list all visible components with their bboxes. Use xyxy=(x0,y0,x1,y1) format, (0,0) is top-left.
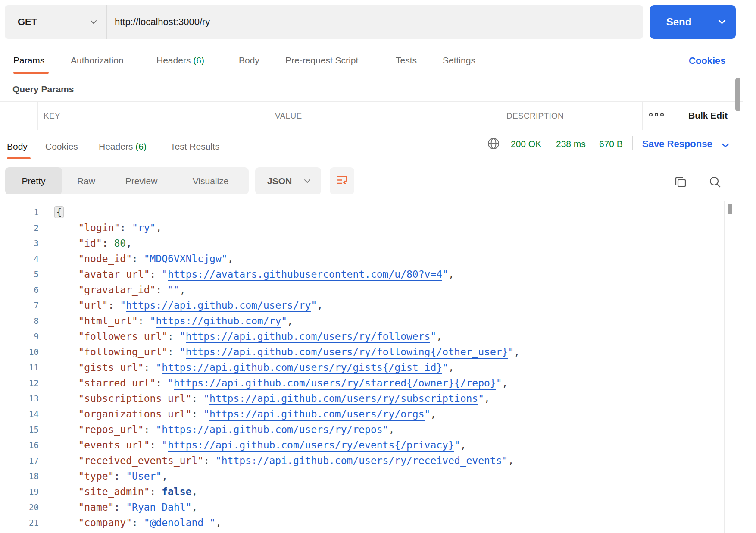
code-line: 6 "gravatar_id": "", xyxy=(0,282,724,298)
code-text: "node_id": "MDQ6VXNlcjgw", xyxy=(54,251,233,266)
format-select[interactable]: JSON xyxy=(255,167,321,194)
view-raw[interactable]: Raw xyxy=(62,167,110,194)
line-number: 6 xyxy=(0,282,39,298)
search-icon[interactable] xyxy=(708,175,722,191)
view-visualize[interactable]: Visualize xyxy=(172,167,249,194)
tab-headers[interactable]: Headers (6) xyxy=(156,55,204,66)
code-text: "avatar_url": "https://avatars.githubuse… xyxy=(54,266,454,282)
json-link[interactable]: https://api.github.com/users/ry/received… xyxy=(222,455,502,467)
format-label: JSON xyxy=(267,176,292,186)
column-header-key: KEY xyxy=(44,111,60,121)
method-select[interactable]: GET xyxy=(5,5,107,39)
json-link[interactable]: https://github.com/ry xyxy=(156,315,281,328)
code-text: "subscriptions_url": "https://api.github… xyxy=(54,391,490,406)
response-tab-body[interactable]: Body xyxy=(7,141,28,152)
wrap-lines-icon xyxy=(336,174,348,188)
status-code[interactable]: 200 OK xyxy=(511,139,541,149)
tab-pre-request-script[interactable]: Pre-request Script xyxy=(285,55,358,66)
line-number: 12 xyxy=(0,375,39,391)
more-options-icon[interactable] xyxy=(649,113,664,116)
tab-settings[interactable]: Settings xyxy=(443,55,475,66)
tab-params[interactable]: Params xyxy=(13,55,44,66)
network-globe-icon[interactable] xyxy=(487,137,500,152)
line-number: 18 xyxy=(0,468,39,484)
copy-icon[interactable] xyxy=(674,175,687,191)
send-button[interactable]: Send xyxy=(650,5,736,39)
active-response-tab-underline xyxy=(7,157,31,159)
json-link[interactable]: https://api.github.com/users/ry/subscrip… xyxy=(209,393,478,405)
code-line: 2 "login": "ry", xyxy=(0,220,724,235)
json-link[interactable]: https://api.github.com/users/ry/followin… xyxy=(186,346,508,359)
line-number: 10 xyxy=(0,344,39,360)
line-number: 21 xyxy=(0,515,39,530)
code-line: 20 "name": "Ryan Dahl", xyxy=(0,499,724,515)
json-link[interactable]: https://api.github.com/users/ry xyxy=(126,300,311,312)
code-text: "company": "@denoland ", xyxy=(54,515,222,530)
save-response-button[interactable]: Save Response xyxy=(642,138,712,150)
code-text: "id": 80, xyxy=(54,235,132,251)
code-line: 16 "events_url": "https://api.github.com… xyxy=(0,437,724,453)
code-text: "organizations_url": "https://api.github… xyxy=(54,406,436,422)
json-link[interactable]: https://api.github.com/users/ry/follower… xyxy=(186,331,431,343)
send-options-button[interactable] xyxy=(708,5,736,39)
response-tab-cookies[interactable]: Cookies xyxy=(45,141,78,152)
code-text: "events_url": "https://api.github.com/us… xyxy=(54,437,466,453)
request-url-bar: GET http://localhost:3000/ry xyxy=(5,5,643,39)
page-scrollbar-thumb[interactable] xyxy=(735,78,740,111)
response-tab-test-results[interactable]: Test Results xyxy=(170,141,219,152)
json-link[interactable]: https://api.github.com/users/ry/repos xyxy=(162,424,382,436)
code-line: 7 "url": "https://api.github.com/users/r… xyxy=(0,298,724,313)
tab-authorization[interactable]: Authorization xyxy=(71,55,124,66)
code-line: 18 "type": "User", xyxy=(0,468,724,484)
view-preview[interactable]: Preview xyxy=(110,167,172,194)
line-number: 17 xyxy=(0,453,39,468)
code-line: 21 "company": "@denoland ", xyxy=(0,515,724,530)
url-input[interactable]: http://localhost:3000/ry xyxy=(107,5,643,39)
send-button-label[interactable]: Send xyxy=(650,5,708,39)
code-text: "type": "User", xyxy=(54,468,168,484)
code-scrollbar-thumb[interactable] xyxy=(728,204,732,214)
code-lines: 1{2 "login": "ry",3 "id": 80,4 "node_id"… xyxy=(0,204,724,530)
line-number: 3 xyxy=(0,235,39,251)
response-size[interactable]: 670 B xyxy=(599,139,623,149)
bulk-edit-button[interactable]: Bulk Edit xyxy=(688,110,728,121)
chevron-down-icon xyxy=(90,18,97,26)
column-divider xyxy=(267,102,267,130)
json-link[interactable]: https://avatars.githubusercontent.com/u/… xyxy=(168,269,442,281)
column-divider xyxy=(37,102,38,130)
code-line: 3 "id": 80, xyxy=(0,235,724,251)
cookies-link[interactable]: Cookies xyxy=(689,55,726,66)
code-text: "following_url": "https://api.github.com… xyxy=(54,344,520,360)
code-text: "received_events_url": "https://api.gith… xyxy=(54,453,514,468)
response-headers-count-badge: (6) xyxy=(135,141,147,151)
json-link[interactable]: https://api.github.com/users/ry/orgs xyxy=(209,408,425,421)
query-params-table: KEY VALUE DESCRIPTION Bulk Edit xyxy=(0,101,743,130)
divider xyxy=(632,136,633,150)
tab-body[interactable]: Body xyxy=(239,55,259,66)
code-text: { xyxy=(54,204,64,220)
code-text: "site_admin": false, xyxy=(54,484,197,499)
code-text: "url": "https://api.github.com/users/ry"… xyxy=(54,298,323,313)
tab-tests[interactable]: Tests xyxy=(396,55,417,66)
code-line: 17 "received_events_url": "https://api.g… xyxy=(0,453,724,468)
line-number: 1 xyxy=(0,204,39,220)
response-tab-headers[interactable]: Headers (6) xyxy=(99,141,147,152)
json-link[interactable]: https://api.github.com/users/ry/events{/… xyxy=(168,439,454,452)
code-text: "name": "Ryan Dahl", xyxy=(54,499,197,515)
code-text: "login": "ry", xyxy=(54,220,162,235)
json-link[interactable]: https://api.github.com/users/ry/gists{/g… xyxy=(162,362,442,374)
query-params-heading: Query Params xyxy=(12,84,74,94)
code-text: "gists_url": "https://api.github.com/use… xyxy=(54,360,454,375)
chevron-down-icon[interactable] xyxy=(722,142,729,150)
json-link[interactable]: https://api.github.com/users/ry/starred{… xyxy=(174,377,496,390)
view-pretty[interactable]: Pretty xyxy=(5,167,62,194)
method-label: GET xyxy=(18,16,37,28)
chevron-down-icon xyxy=(304,177,311,185)
wrap-lines-button[interactable] xyxy=(330,167,354,194)
response-body-code[interactable]: 1{2 "login": "ry",3 "id": 80,4 "node_id"… xyxy=(0,204,724,530)
column-divider xyxy=(498,102,498,130)
code-text: "followers_url": "https://api.github.com… xyxy=(54,329,442,344)
line-number: 5 xyxy=(0,266,39,282)
response-time[interactable]: 238 ms xyxy=(556,139,586,149)
page-right-border xyxy=(743,0,743,533)
